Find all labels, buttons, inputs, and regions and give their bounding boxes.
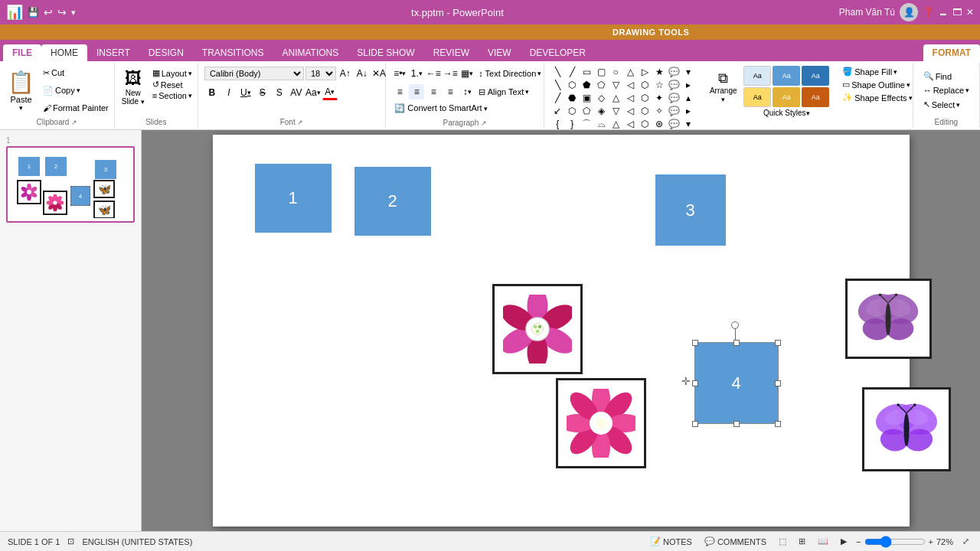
shape-s38[interactable]: ⊛ [652, 118, 666, 130]
help-icon[interactable]: ❓ [923, 7, 934, 18]
shape-s39[interactable]: 💬 [667, 118, 681, 130]
tab-slideshow[interactable]: SLIDE SHOW [348, 44, 423, 61]
font-color-button[interactable]: A ▾ [322, 85, 338, 100]
shape-s2[interactable]: ⬡ [565, 79, 579, 91]
zoom-level[interactable]: 72% [936, 537, 953, 546]
shape-rect[interactable]: ▭ [580, 66, 593, 78]
shape-box-4[interactable]: 4 [695, 343, 778, 423]
close-icon[interactable]: ✕ [966, 7, 974, 18]
comments-button[interactable]: 💬 COMMENTS [701, 535, 769, 548]
replace-button[interactable]: ↔ Replace ▾ [921, 85, 972, 96]
rotate-handle[interactable] [731, 321, 739, 329]
handle-tr[interactable] [775, 340, 781, 346]
shape-s17[interactable]: ⬡ [638, 92, 652, 104]
shape-s29[interactable]: 💬 [667, 105, 681, 117]
shape-s32[interactable]: } [565, 118, 579, 130]
status-icon-fit[interactable]: ⊡ [67, 536, 74, 546]
decrease-font-button[interactable]: A↓ [354, 66, 370, 81]
shape-s1[interactable]: ╲ [550, 79, 564, 91]
shape-box-2[interactable]: 2 [354, 167, 431, 236]
shape-box-3[interactable]: 3 [655, 174, 726, 246]
qs-item-1[interactable]: Aa [743, 66, 771, 86]
framed-flower-2[interactable] [556, 378, 646, 468]
align-right-button[interactable]: ≡ [426, 84, 441, 99]
shape-s9[interactable]: 💬 [667, 79, 681, 91]
tab-file[interactable]: FILE [3, 44, 41, 61]
qs-item-4[interactable]: Aa [743, 87, 771, 107]
new-slide-button[interactable]: 🖼 New Slide ▾ [118, 64, 149, 110]
shape-s6[interactable]: ◁ [623, 79, 637, 91]
quick-access-save[interactable]: 💾 [28, 7, 39, 18]
shape-s12[interactable]: ⬣ [565, 92, 579, 104]
qs-item-5[interactable]: Aa [773, 87, 800, 107]
framed-butterfly-1[interactable] [845, 279, 932, 359]
shape-oval[interactable]: ○ [609, 66, 622, 78]
increase-font-button[interactable]: A↑ [338, 66, 353, 81]
shape-box-1[interactable]: 1 [255, 164, 332, 233]
shape-more[interactable]: ▾ [681, 66, 695, 78]
columns-button[interactable]: ▦ ▾ [459, 66, 475, 81]
shape-line[interactable]: ╲ [550, 66, 564, 78]
shape-s21[interactable]: ↙ [550, 105, 564, 117]
layout-button[interactable]: ▦ Layout ▾ [150, 67, 194, 79]
arrange-button[interactable]: ⧉ Arrange ▾ [706, 66, 740, 108]
justify-button[interactable]: ≡ [443, 84, 458, 99]
shape-s7[interactable]: ⬡ [638, 79, 652, 91]
shape-star[interactable]: ★ [652, 66, 666, 78]
text-direction-button[interactable]: ↕ Text Direction ▾ [476, 68, 544, 79]
line-spacing-button[interactable]: ↕ ▾ [459, 84, 475, 99]
tab-animations[interactable]: ANIMATIONS [273, 44, 348, 61]
italic-button[interactable]: I [221, 85, 237, 100]
shape-s19[interactable]: 💬 [667, 92, 681, 104]
zoom-out-button[interactable]: − [856, 537, 861, 546]
handle-ml[interactable] [692, 380, 698, 386]
tab-developer[interactable]: DEVELOPER [521, 44, 595, 61]
tab-review[interactable]: REVIEW [424, 44, 479, 61]
shape-callout[interactable]: 💬 [667, 66, 681, 78]
section-button[interactable]: ≡ Section ▾ [150, 90, 194, 101]
shape-s13[interactable]: ▣ [580, 92, 593, 104]
shape-s3[interactable]: ⬟ [580, 79, 593, 91]
handle-bm[interactable] [733, 421, 740, 427]
char-spacing-button[interactable]: AV [289, 85, 304, 100]
tab-format[interactable]: FORMAT [923, 44, 980, 61]
shape-s27[interactable]: ⬡ [638, 105, 652, 117]
framed-butterfly-2[interactable] [862, 387, 951, 471]
shape-s11[interactable]: ╱ [550, 92, 564, 104]
numbering-button[interactable]: 1. ▾ [409, 66, 424, 81]
shape-s33[interactable]: ⌒ [580, 118, 593, 130]
shape-s35[interactable]: △ [609, 118, 622, 130]
shape-fill-button[interactable]: 🪣 Shape Fill ▾ [840, 66, 914, 77]
quick-access-customize[interactable]: ▾ [71, 8, 76, 18]
shape-s10[interactable]: ▸ [681, 79, 695, 91]
shape-s31[interactable]: { [550, 118, 564, 130]
shape-s4[interactable]: ⬠ [594, 79, 608, 91]
slide-show-button[interactable]: ▶ [838, 535, 850, 548]
minimize-icon[interactable]: 🗕 [939, 7, 948, 18]
qs-item-3[interactable]: Aa [802, 66, 829, 86]
shape-s14[interactable]: ◇ [594, 92, 608, 104]
paste-button[interactable]: 📋 Paste ▾ [3, 64, 39, 116]
framed-flower-1[interactable] [492, 284, 583, 374]
shape-line2[interactable]: ╱ [565, 66, 579, 78]
reset-button[interactable]: ↺ Reset [150, 79, 194, 90]
shape-s26[interactable]: ◁ [623, 105, 637, 117]
handle-br[interactable] [775, 421, 781, 427]
copy-button[interactable]: 📄 Copy ▾ [41, 85, 111, 96]
shape-s22[interactable]: ⬡ [565, 105, 579, 117]
quick-access-redo[interactable]: ↪ [57, 6, 67, 18]
format-painter-button[interactable]: 🖌 Format Painter [41, 103, 111, 113]
handle-tm[interactable] [733, 340, 740, 346]
shape-rrect[interactable]: ▢ [594, 66, 608, 78]
shape-s5[interactable]: ▽ [609, 79, 622, 91]
language-info[interactable]: ENGLISH (UNITED STATES) [82, 537, 192, 546]
find-button[interactable]: 🔍 Find [921, 70, 954, 82]
shadow-button[interactable]: S [272, 85, 287, 100]
align-left-button[interactable]: ≡ [392, 84, 407, 99]
slide-sorter-button[interactable]: ⊞ [795, 535, 808, 548]
font-size-select[interactable]: 18 [305, 67, 336, 80]
decrease-indent-button[interactable]: ←≡ [426, 66, 441, 81]
shape-s8[interactable]: ☆ [652, 79, 666, 91]
handle-mr[interactable] [775, 380, 781, 386]
bullets-button[interactable]: ≡• ▾ [392, 66, 407, 81]
